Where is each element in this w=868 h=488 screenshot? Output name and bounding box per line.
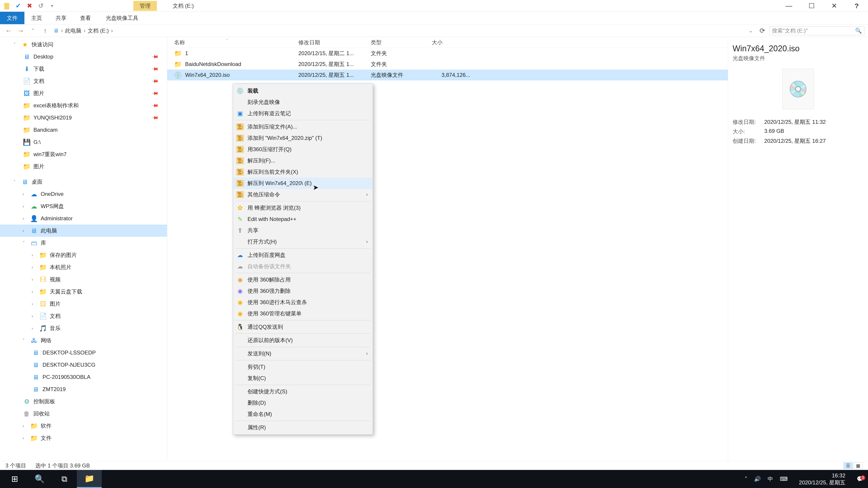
- refresh-icon[interactable]: ⟳: [757, 26, 767, 35]
- tree-item[interactable]: 🖥Desktop📌: [0, 51, 167, 63]
- menu-qq-send[interactable]: 🐧通过QQ发送到: [234, 321, 372, 332]
- tree-item[interactable]: ˅🗃库: [0, 237, 167, 249]
- menu-360-manage[interactable]: ◉使用 360管理右键菜单: [234, 308, 372, 319]
- explorer-taskbar-icon[interactable]: 📁: [77, 470, 102, 488]
- task-view-button[interactable]: ⧉: [52, 470, 77, 488]
- menu-other-zip[interactable]: 🗜其他压缩命令›: [234, 189, 372, 200]
- view-details-icon[interactable]: ☰: [844, 462, 852, 469]
- tree-item[interactable]: ›📄文档: [0, 310, 167, 322]
- qa-save-icon[interactable]: ✔: [13, 1, 23, 10]
- file-row[interactable]: 📁1 2020/12/15, 星期二 1... 文件夹: [167, 48, 728, 59]
- menu-create-shortcut[interactable]: 创建快捷方式(S): [234, 386, 372, 397]
- tree-item[interactable]: ›📁保存的图片: [0, 249, 167, 261]
- tree-item[interactable]: 🖥ZMT2019: [0, 383, 167, 395]
- tree-item[interactable]: ›🎵音乐: [0, 322, 167, 334]
- tree-item[interactable]: 📄文档📌: [0, 75, 167, 87]
- menu-extract-to[interactable]: 🗜解压到(F)...: [234, 155, 372, 166]
- start-button[interactable]: ⊞: [2, 470, 27, 488]
- nav-recent-icon[interactable]: ˅: [28, 26, 38, 35]
- tree-item[interactable]: ›🖼图片: [0, 298, 167, 310]
- col-date[interactable]: 修改日期: [298, 39, 371, 46]
- tree-item[interactable]: ›👤Administrator: [0, 213, 167, 225]
- menu-add-archive[interactable]: 🗜添加到压缩文件(A)...: [234, 121, 372, 132]
- menu-open-with[interactable]: 打开方式(H)›: [234, 236, 372, 248]
- tree-item[interactable]: 💾G:\: [0, 136, 167, 148]
- tray-ime-icon[interactable]: 中: [768, 475, 773, 483]
- ribbon-iso-tools[interactable]: 光盘映像工具: [99, 12, 145, 24]
- menu-delete[interactable]: 删除(D): [234, 397, 372, 409]
- menu-share[interactable]: ⇪共享: [234, 225, 372, 236]
- menu-360-unlock[interactable]: ◉使用 360解除占用: [234, 274, 372, 285]
- tray-keyboard-icon[interactable]: ⌨: [780, 476, 788, 482]
- qa-undo-icon[interactable]: ↺: [36, 1, 45, 10]
- tree-item[interactable]: 📁win7重装win7: [0, 148, 167, 160]
- ribbon-share[interactable]: 共享: [49, 12, 73, 24]
- column-headers[interactable]: 名称˄ 修改日期 类型 大小: [167, 37, 728, 48]
- menu-extract-named[interactable]: 🗜解压到 Win7x64_2020\ (E): [234, 177, 372, 189]
- tree-this-pc[interactable]: ›🖥此电脑: [0, 225, 167, 237]
- tree-item[interactable]: ›📁天翼云盘下载: [0, 286, 167, 298]
- menu-rename[interactable]: 重命名(M): [234, 409, 372, 420]
- tree-item[interactable]: ⚙控制面板: [0, 395, 167, 408]
- col-size[interactable]: 大小: [432, 39, 477, 46]
- ribbon-file[interactable]: 文件: [0, 12, 24, 24]
- view-icons-icon[interactable]: ▦: [854, 462, 863, 469]
- qa-delete-icon[interactable]: ✖: [25, 1, 34, 10]
- address-dropdown-icon[interactable]: ⌄: [749, 28, 755, 33]
- tree-item[interactable]: ›📁文件: [0, 432, 167, 444]
- tree-item[interactable]: 📁YUNQISHI2019📌: [0, 111, 167, 124]
- nav-up-icon[interactable]: ↑: [40, 26, 50, 35]
- tray-volume-icon[interactable]: 🔊: [754, 476, 761, 482]
- nav-forward-icon[interactable]: →: [16, 26, 26, 35]
- tree-item[interactable]: ›🎞视频: [0, 273, 167, 286]
- menu-youdao[interactable]: ▣上传到有道云笔记: [234, 108, 372, 119]
- close-button[interactable]: ✕: [823, 0, 845, 12]
- menu-mount[interactable]: 💿装载: [234, 85, 372, 96]
- menu-baidupan[interactable]: ☁上传到百度网盘: [234, 250, 372, 261]
- maximize-button[interactable]: ☐: [800, 0, 823, 12]
- search-button[interactable]: 🔍: [27, 470, 52, 488]
- menu-send-to[interactable]: 发送到(N)›: [234, 348, 372, 359]
- taskbar[interactable]: ⊞ 🔍 ⧉ 📁 ˄ 🔊 中 ⌨ 16:32 2020/12/25, 星期五 💬: [0, 470, 868, 488]
- breadcrumb[interactable]: 🖥 › 此电脑 › 文档 (E:) › ⌄: [53, 27, 755, 34]
- qa-dropdown-icon[interactable]: ▾: [48, 1, 57, 10]
- tree-item[interactable]: ›☁WPS网盘: [0, 200, 167, 213]
- ribbon-home[interactable]: 主页: [24, 12, 49, 24]
- tree-item[interactable]: 📁Bandicam: [0, 124, 167, 136]
- tree-item[interactable]: 🖥DESKTOP-NJEU3CG: [0, 359, 167, 371]
- menu-open-360zip[interactable]: 🗜用360压缩打开(Q): [234, 144, 372, 155]
- nav-tree[interactable]: ˅★快速访问 🖥Desktop📌 ⬇下载📌 📄文档📌 🖼图片📌 📁excel表格…: [0, 37, 167, 461]
- tree-item[interactable]: 🖼图片📌: [0, 87, 167, 99]
- menu-360-force-delete[interactable]: ◉使用 360强力删除: [234, 285, 372, 297]
- help-button[interactable]: ?: [845, 0, 868, 12]
- search-input[interactable]: 搜索"文档 (E:)" 🔍: [770, 26, 864, 35]
- tree-item[interactable]: 🖥DESKTOP-LSSOEDP: [0, 347, 167, 359]
- tree-item[interactable]: ⬇下载📌: [0, 63, 167, 75]
- tree-item[interactable]: 🖥PC-20190530OBLA: [0, 371, 167, 383]
- action-center-icon[interactable]: 💬: [857, 476, 864, 482]
- ribbon-view[interactable]: 查看: [73, 12, 98, 24]
- menu-restore-versions[interactable]: 还原以前的版本(V): [234, 335, 372, 346]
- menu-notepadpp[interactable]: ✎Edit with Notepad++: [234, 214, 372, 225]
- taskbar-clock[interactable]: 16:32 2020/12/25, 星期五: [795, 472, 850, 486]
- tree-item[interactable]: 📁图片: [0, 160, 167, 173]
- crumb-root[interactable]: 此电脑: [65, 27, 81, 34]
- tree-quick-access[interactable]: ˅★快速访问: [0, 38, 167, 51]
- file-row[interactable]: 📁BaiduNetdiskDownload 2020/12/25, 星期五 1.…: [167, 59, 728, 70]
- tree-item[interactable]: ›📁本机照片: [0, 261, 167, 273]
- tree-item[interactable]: 🗑回收站: [0, 408, 167, 420]
- menu-bee-browser[interactable]: ✿用 蜂蜜浏览器 浏览(3): [234, 202, 372, 214]
- menu-properties[interactable]: 属性(R): [234, 422, 372, 433]
- crumb-current[interactable]: 文档 (E:): [88, 27, 109, 34]
- col-type[interactable]: 类型: [371, 39, 432, 46]
- tray-chevron-icon[interactable]: ˄: [745, 476, 747, 482]
- tree-desktop[interactable]: ˅🖥桌面: [0, 176, 167, 188]
- tree-item[interactable]: ›📁软件: [0, 420, 167, 432]
- tree-network[interactable]: ˅🖧网络: [0, 334, 167, 347]
- menu-burn[interactable]: 刻录光盘映像: [234, 96, 372, 108]
- tree-item[interactable]: ›☁OneDrive: [0, 188, 167, 200]
- menu-extract-here[interactable]: 🗜解压到当前文件夹(X): [234, 166, 372, 177]
- file-row-selected[interactable]: 💿Win7x64_2020.iso 2020/12/25, 星期五 1... 光…: [167, 70, 728, 80]
- minimize-button[interactable]: —: [778, 0, 800, 12]
- menu-copy[interactable]: 复制(C): [234, 372, 372, 384]
